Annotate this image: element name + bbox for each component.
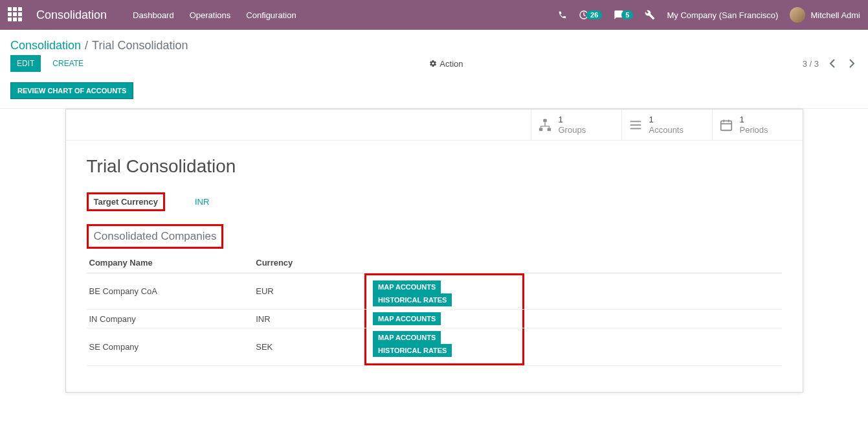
consolidated-companies-title: Consolidated Companies bbox=[94, 230, 217, 243]
stat-accounts-label: Accounts bbox=[649, 125, 684, 135]
pager-text: 3 / 3 bbox=[803, 59, 819, 69]
breadcrumb-root[interactable]: Consolidation bbox=[10, 39, 81, 52]
map-accounts-button[interactable]: MAP ACCOUNTS bbox=[373, 312, 441, 325]
topbar-right: 26 5 My Company (San Francisco) Mitchell… bbox=[558, 7, 860, 23]
breadcrumb: Consolidation / Trial Consolidation bbox=[0, 30, 868, 55]
th-currency: Currency bbox=[253, 253, 364, 273]
sheet-body: Trial Consolidation Target Currency INR … bbox=[66, 141, 803, 392]
th-company-name: Company Name bbox=[87, 253, 254, 273]
sitemap-icon bbox=[538, 118, 552, 132]
app-title: Consolidation bbox=[36, 8, 107, 22]
breadcrumb-current: Trial Consolidation bbox=[92, 39, 188, 52]
cell-actions: MAP ACCOUNTS HISTORICAL RATES bbox=[364, 328, 524, 366]
stat-groups-value: 1 bbox=[559, 115, 586, 125]
user-menu[interactable]: Mitchell Admi bbox=[790, 7, 860, 23]
pager-prev[interactable] bbox=[827, 59, 838, 68]
company-selector[interactable]: My Company (San Francisco) bbox=[667, 10, 778, 20]
table-row: SE Company SEK MAP ACCOUNTS HISTORICAL R… bbox=[87, 328, 782, 366]
map-accounts-button[interactable]: MAP ACCOUNTS bbox=[373, 331, 441, 344]
target-currency-value[interactable]: INR bbox=[195, 197, 209, 207]
top-navbar: Consolidation Dashboard Operations Confi… bbox=[0, 0, 868, 30]
table-row: BE Company CoA EUR MAP ACCOUNTS HISTORIC… bbox=[87, 273, 782, 310]
stat-buttons: 1 Groups 1 Accounts 1 Periods bbox=[66, 109, 803, 141]
cell-actions: MAP ACCOUNTS HISTORICAL RATES bbox=[364, 273, 524, 310]
stat-periods[interactable]: 1 Periods bbox=[712, 109, 803, 140]
target-currency-row: Target Currency INR bbox=[87, 192, 782, 211]
menu-configuration[interactable]: Configuration bbox=[246, 10, 296, 20]
calendar-icon bbox=[719, 118, 733, 132]
cell-company-name: SE Company bbox=[87, 328, 254, 366]
cell-spacer bbox=[524, 273, 781, 310]
cell-actions: MAP ACCOUNTS bbox=[364, 310, 524, 328]
svg-rect-7 bbox=[720, 120, 731, 130]
status-bar: REVIEW CHART OF ACCOUNTS bbox=[0, 78, 868, 109]
pager: 3 / 3 bbox=[803, 59, 858, 69]
table-row: IN Company INR MAP ACCOUNTS bbox=[87, 310, 782, 328]
svg-rect-5 bbox=[630, 124, 641, 126]
create-button[interactable]: Create bbox=[46, 55, 90, 72]
list-icon bbox=[629, 118, 643, 132]
svg-rect-2 bbox=[539, 128, 542, 131]
th-spacer bbox=[524, 253, 781, 273]
stat-accounts[interactable]: 1 Accounts bbox=[621, 109, 712, 140]
pager-next[interactable] bbox=[846, 59, 858, 68]
apps-menu-icon[interactable] bbox=[8, 7, 23, 23]
stat-periods-value: 1 bbox=[740, 115, 768, 125]
historical-rates-button[interactable]: HISTORICAL RATES bbox=[373, 344, 452, 357]
cell-spacer bbox=[524, 310, 781, 328]
svg-rect-3 bbox=[547, 128, 551, 131]
highlight-target-currency-label: Target Currency bbox=[87, 192, 165, 211]
stat-periods-label: Periods bbox=[740, 125, 768, 135]
th-actions bbox=[364, 253, 524, 273]
form-sheet: 1 Groups 1 Accounts 1 Periods Trial Cons… bbox=[65, 109, 803, 393]
discuss-button[interactable]: 5 bbox=[614, 10, 633, 20]
svg-rect-4 bbox=[630, 120, 641, 122]
gear-icon bbox=[429, 60, 437, 67]
target-currency-label: Target Currency bbox=[94, 197, 158, 207]
cell-company-name: BE Company CoA bbox=[87, 273, 254, 310]
action-label: Action bbox=[440, 59, 463, 69]
breadcrumb-separator: / bbox=[85, 39, 88, 52]
highlight-section-title: Consolidated Companies bbox=[87, 224, 224, 249]
top-menu: Dashboard Operations Configuration bbox=[133, 10, 296, 20]
review-chart-button[interactable]: REVIEW CHART OF ACCOUNTS bbox=[10, 82, 133, 99]
user-name: Mitchell Admi bbox=[810, 10, 860, 20]
record-title: Trial Consolidation bbox=[87, 156, 782, 177]
map-accounts-button[interactable]: MAP ACCOUNTS bbox=[373, 280, 441, 293]
svg-rect-1 bbox=[543, 119, 547, 122]
action-dropdown[interactable]: Action bbox=[90, 59, 803, 69]
menu-operations[interactable]: Operations bbox=[190, 10, 231, 20]
activities-button[interactable]: 26 bbox=[579, 10, 602, 20]
cell-currency: INR bbox=[253, 310, 364, 328]
phone-icon[interactable] bbox=[558, 10, 567, 19]
activity-badge: 26 bbox=[586, 10, 602, 19]
discuss-badge: 5 bbox=[621, 10, 633, 19]
control-bar: Edit Create Action 3 / 3 bbox=[0, 55, 868, 78]
stat-groups-label: Groups bbox=[559, 125, 586, 135]
historical-rates-button[interactable]: HISTORICAL RATES bbox=[373, 293, 452, 306]
cell-currency: SEK bbox=[253, 328, 364, 366]
cell-spacer bbox=[524, 328, 781, 366]
stat-groups[interactable]: 1 Groups bbox=[531, 109, 621, 140]
stat-accounts-value: 1 bbox=[649, 115, 684, 125]
companies-table: Company Name Currency BE Company CoA EUR… bbox=[87, 253, 782, 366]
cell-company-name: IN Company bbox=[87, 310, 254, 328]
debug-icon[interactable] bbox=[645, 10, 655, 20]
svg-rect-6 bbox=[630, 128, 641, 129]
menu-dashboard[interactable]: Dashboard bbox=[133, 10, 174, 20]
edit-button[interactable]: Edit bbox=[10, 55, 41, 72]
cell-currency: EUR bbox=[253, 273, 364, 310]
user-avatar bbox=[790, 7, 805, 23]
